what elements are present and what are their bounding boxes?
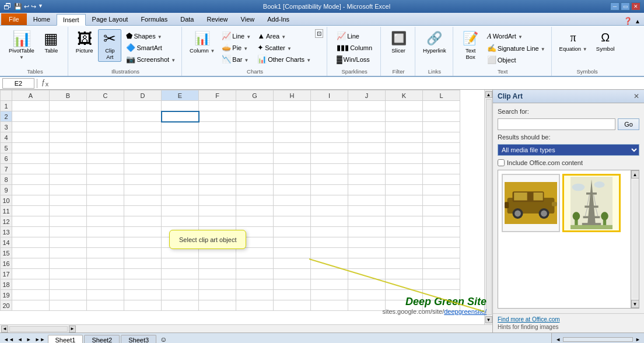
cell-E17[interactable] (162, 269, 199, 279)
cell-L14[interactable] (423, 237, 460, 248)
cell-C5[interactable] (87, 143, 124, 153)
cell-D19[interactable] (124, 290, 162, 300)
results-select[interactable]: All media file types (498, 144, 639, 156)
cell-C8[interactable] (87, 174, 124, 185)
cell-E3[interactable] (162, 122, 199, 132)
cell-C15[interactable] (87, 248, 124, 258)
cell-D18[interactable] (124, 279, 162, 290)
cell-F3[interactable] (199, 122, 236, 132)
slicer-button[interactable]: 🔲 Slicer (386, 29, 411, 55)
column-sparkline-button[interactable]: ▮▮▮ Column (334, 42, 374, 53)
cell-J11[interactable] (348, 206, 386, 216)
cell-A10[interactable] (12, 195, 50, 206)
bar-chart-button[interactable]: 📉 Bar ▼ (219, 54, 253, 65)
h-scroll-bar[interactable] (563, 337, 633, 342)
cell-I5[interactable] (311, 143, 348, 153)
h-scroll-right[interactable]: ► (635, 337, 640, 342)
cell-J15[interactable] (348, 248, 386, 258)
cell-G5[interactable] (236, 143, 274, 153)
clip-thumb-car[interactable] (502, 174, 560, 232)
cell-B10[interactable] (50, 195, 87, 206)
cell-I11[interactable] (311, 206, 348, 216)
cell-I16[interactable] (311, 258, 348, 269)
scroll-up-button[interactable]: ▲ (485, 91, 492, 98)
prev-sheet-button[interactable]: ◄◄ (2, 337, 15, 342)
clip-scroll-down[interactable]: ▼ (631, 300, 639, 308)
cell-L19[interactable] (423, 290, 460, 300)
cell-F18[interactable] (199, 279, 236, 290)
cell-A12[interactable] (12, 216, 50, 227)
charts-expand-icon[interactable]: ⊡ (315, 29, 323, 38)
cell-I1[interactable] (311, 101, 348, 111)
cell-K10[interactable] (386, 195, 423, 206)
cell-J8[interactable] (348, 174, 386, 185)
restore-button[interactable]: ▭ (621, 2, 630, 10)
cell-H6[interactable] (274, 153, 311, 164)
cell-A5[interactable] (12, 143, 50, 153)
cell-L12[interactable] (423, 216, 460, 227)
cell-J14[interactable] (348, 237, 386, 248)
line-chart-button[interactable]: 📈 Line ▼ (219, 30, 253, 41)
cell-K5[interactable] (386, 143, 423, 153)
tab-add-ins[interactable]: Add-Ins (261, 13, 296, 25)
cell-H10[interactable] (274, 195, 311, 206)
clip-scroll-up[interactable]: ▲ (631, 170, 639, 178)
cell-C6[interactable] (87, 153, 124, 164)
cell-D9[interactable] (124, 185, 162, 195)
cell-J10[interactable] (348, 195, 386, 206)
cell-K12[interactable] (386, 216, 423, 227)
cell-H2[interactable] (274, 111, 311, 122)
cell-A15[interactable] (12, 248, 50, 258)
cell-H3[interactable] (274, 122, 311, 132)
cell-D3[interactable] (124, 122, 162, 132)
tab-view[interactable]: View (235, 13, 261, 25)
pivottable-button[interactable]: 📊 PivotTable▼ (6, 29, 37, 62)
cell-D15[interactable] (124, 248, 162, 258)
cell-A3[interactable] (12, 122, 50, 132)
cell-I14[interactable] (311, 237, 348, 248)
cell-L20[interactable] (423, 300, 460, 311)
cell-B8[interactable] (50, 174, 87, 185)
cell-B11[interactable] (50, 206, 87, 216)
cell-C4[interactable] (87, 132, 124, 143)
cell-F7[interactable] (199, 164, 236, 174)
cell-I7[interactable] (311, 164, 348, 174)
cell-J6[interactable] (348, 153, 386, 164)
cell-D12[interactable] (124, 216, 162, 227)
cell-D6[interactable] (124, 153, 162, 164)
picture-button[interactable]: 🖼 Picture (73, 29, 96, 55)
textbox-button[interactable]: 📝 TextBox (458, 29, 484, 62)
cell-E20[interactable] (162, 300, 199, 311)
cell-J18[interactable] (348, 279, 386, 290)
cell-E6[interactable] (162, 153, 199, 164)
cell-E13[interactable] (162, 227, 199, 237)
cell-K2[interactable] (386, 111, 423, 122)
customize-icon[interactable]: ▼ (38, 3, 43, 10)
scroll-left-button[interactable]: ◄ (1, 326, 8, 332)
wordart-button[interactable]: 𝐴 WordArt ▼ (485, 30, 548, 42)
cell-E16[interactable] (162, 258, 199, 269)
cell-D16[interactable] (124, 258, 162, 269)
cell-A20[interactable] (12, 300, 50, 311)
cell-L10[interactable] (423, 195, 460, 206)
cell-E4[interactable] (162, 132, 199, 143)
cell-D17[interactable] (124, 269, 162, 279)
cell-H5[interactable] (274, 143, 311, 153)
ribbon-minimize-icon[interactable]: ▲ (635, 18, 640, 24)
cell-K17[interactable] (386, 269, 423, 279)
cell-C19[interactable] (87, 290, 124, 300)
cell-F17[interactable] (199, 269, 236, 279)
horizontal-scrollbar[interactable]: ◄ ► (0, 324, 492, 332)
cell-G4[interactable] (236, 132, 274, 143)
cell-B3[interactable] (50, 122, 87, 132)
cell-H1[interactable] (274, 101, 311, 111)
cell-E9[interactable] (162, 185, 199, 195)
cell-K20[interactable] (386, 300, 423, 311)
include-checkbox[interactable] (498, 159, 505, 166)
cell-J17[interactable] (348, 269, 386, 279)
cell-L7[interactable] (423, 164, 460, 174)
cell-A8[interactable] (12, 174, 50, 185)
next-sheet-button[interactable]: ►► (34, 337, 47, 342)
pie-chart-button[interactable]: 🥧 Pie ▼ (219, 42, 253, 53)
cell-K1[interactable] (386, 101, 423, 111)
